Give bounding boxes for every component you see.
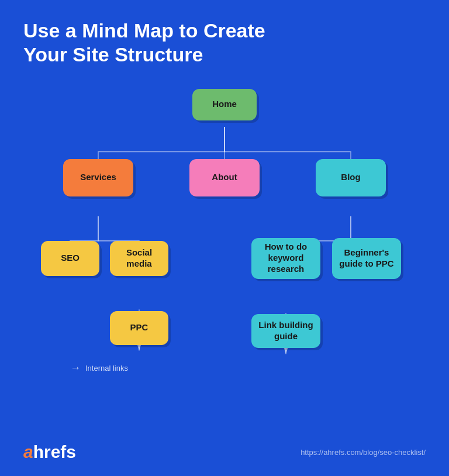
node-keyword-research: How to do keyword research <box>251 238 320 279</box>
node-home: Home <box>192 89 257 120</box>
footer: a hrefs https://ahrefs.com/blog/seo-chec… <box>23 437 426 462</box>
main-container: Use a Mind Map to Create Your Site Struc… <box>0 0 449 476</box>
node-beginner-label: Beginner's guide to PPC <box>338 247 395 270</box>
node-seo-label: SEO <box>61 253 80 264</box>
brand-logo: a hrefs <box>23 442 76 462</box>
node-blog-label: Blog <box>341 172 360 183</box>
node-services: Services <box>63 159 133 196</box>
brand-name-hrefs: hrefs <box>33 442 76 462</box>
title-line1: Use a Mind Map to Create <box>23 19 265 42</box>
node-seo: SEO <box>41 241 99 276</box>
node-beginners-guide: Beginner's guide to PPC <box>332 238 401 279</box>
brand-url: https://ahrefs.com/blog/seo-checklist/ <box>301 448 426 457</box>
node-keyword-label: How to do keyword research <box>257 242 315 274</box>
node-social-media: Social media <box>110 241 168 276</box>
node-ppc-label: PPC <box>130 322 148 333</box>
page-title: Use a Mind Map to Create Your Site Struc… <box>23 19 426 67</box>
mindmap-area: Home Services About Blog SEO Social medi… <box>23 83 426 433</box>
nodes-container: Home Services About Blog SEO Social medi… <box>23 83 426 433</box>
node-home-label: Home <box>212 99 237 110</box>
node-blog: Blog <box>316 159 386 196</box>
title-line2: Your Site Structure <box>23 43 203 65</box>
node-services-label: Services <box>80 172 116 183</box>
node-ppc: PPC <box>110 311 168 345</box>
node-about-label: About <box>212 172 237 183</box>
node-link-building: Link building guide <box>251 314 320 348</box>
node-about: About <box>189 159 260 196</box>
node-social-label: Social media <box>116 247 163 270</box>
node-linkbuilding-label: Link building guide <box>257 320 315 342</box>
brand-letter-a: a <box>23 442 33 462</box>
